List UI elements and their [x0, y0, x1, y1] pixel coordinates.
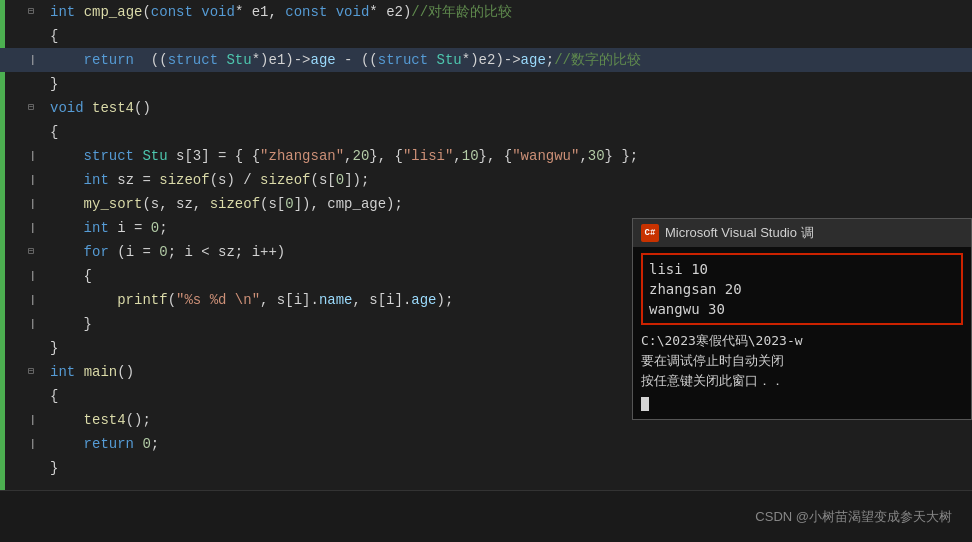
- line-content: {: [42, 24, 58, 48]
- output-line-1: lisi 10: [649, 259, 955, 279]
- line-content: for (i = 0; i < sz; i++): [42, 240, 285, 264]
- console-info-3: 按任意键关闭此窗口．．: [641, 371, 963, 391]
- code-line: ⊟ void test4(): [0, 96, 972, 120]
- line-content: int cmp_age(const void* e1, const void* …: [42, 0, 512, 24]
- line-gutter: |: [0, 192, 42, 216]
- line-content: }: [42, 336, 58, 360]
- line-gutter: |: [0, 264, 42, 288]
- code-line: | my_sort(s, sz, sizeof(s[0]), cmp_age);: [0, 192, 972, 216]
- indent-marker: |: [29, 432, 36, 456]
- line-content: int main(): [42, 360, 134, 384]
- collapse-btn[interactable]: ⊟: [28, 0, 34, 24]
- line-content: }: [42, 312, 92, 336]
- cursor: [641, 397, 649, 411]
- indent-marker: |: [29, 168, 36, 192]
- vs-icon-label: C#: [645, 228, 656, 238]
- line-gutter: |: [0, 408, 42, 432]
- code-line: | return 0;: [0, 432, 972, 456]
- line-gutter: |: [0, 432, 42, 456]
- code-line: }: [0, 456, 972, 480]
- indent-marker: |: [29, 48, 36, 72]
- watermark-text: CSDN @小树苗渴望变成参天大树: [755, 508, 952, 526]
- console-info-1: C:\2023寒假代码\2023-w: [641, 331, 963, 351]
- indent-marker: |: [29, 288, 36, 312]
- line-content: {: [42, 384, 58, 408]
- line-content: }: [42, 72, 58, 96]
- line-gutter: |: [0, 168, 42, 192]
- output-line-3: wangwu 30: [649, 299, 955, 319]
- output-line-2: zhangsan 20: [649, 279, 955, 299]
- console-body: lisi 10 zhangsan 20 wangwu 30 C:\2023寒假代…: [633, 247, 971, 419]
- line-content: return ((struct Stu*)e1)->age - ((struct…: [42, 48, 641, 72]
- indent-marker: |: [29, 192, 36, 216]
- console-info-2: 要在调试停止时自动关闭: [641, 351, 963, 371]
- code-line: {: [0, 120, 972, 144]
- line-gutter: |: [0, 216, 42, 240]
- line-content: int sz = sizeof(s) / sizeof(s[0]);: [42, 168, 369, 192]
- line-content: my_sort(s, sz, sizeof(s[0]), cmp_age);: [42, 192, 403, 216]
- code-line-highlighted: | return ((struct Stu*)e1)->age - ((stru…: [0, 48, 972, 72]
- code-line: | struct Stu s[3] = { {"zhangsan",20}, {…: [0, 144, 972, 168]
- indent-marker: |: [29, 408, 36, 432]
- line-content: void test4(): [42, 96, 151, 120]
- indent-marker: |: [29, 144, 36, 168]
- line-gutter: ⊟: [0, 360, 42, 384]
- code-line: }: [0, 72, 972, 96]
- output-box: lisi 10 zhangsan 20 wangwu 30: [641, 253, 963, 325]
- vs-icon: C#: [641, 224, 659, 242]
- collapse-btn[interactable]: ⊟: [28, 240, 34, 264]
- line-content: printf("%s %d \n", s[i].name, s[i].age);: [42, 288, 453, 312]
- console-titlebar: C# Microsoft Visual Studio 调: [633, 219, 971, 247]
- watermark-bar: CSDN @小树苗渴望变成参天大树: [0, 490, 972, 542]
- line-content: }: [42, 456, 58, 480]
- code-line: ⊟ int cmp_age(const void* e1, const void…: [0, 0, 972, 24]
- code-editor: ⊟ int cmp_age(const void* e1, const void…: [0, 0, 972, 542]
- line-gutter: ⊟: [0, 240, 42, 264]
- line-content: return 0;: [42, 432, 159, 456]
- console-title: Microsoft Visual Studio 调: [665, 224, 814, 242]
- line-gutter: |: [0, 288, 42, 312]
- code-line: {: [0, 24, 972, 48]
- console-popup: C# Microsoft Visual Studio 调 lisi 10 zha…: [632, 218, 972, 420]
- code-line: | int sz = sizeof(s) / sizeof(s[0]);: [0, 168, 972, 192]
- collapse-btn[interactable]: ⊟: [28, 360, 34, 384]
- line-content: test4();: [42, 408, 151, 432]
- line-gutter: |: [0, 144, 42, 168]
- line-content: {: [42, 120, 58, 144]
- line-gutter: |: [0, 48, 42, 72]
- line-gutter: ⊟: [0, 0, 42, 24]
- indent-marker: |: [29, 312, 36, 336]
- indent-marker: |: [29, 216, 36, 240]
- line-content: {: [42, 264, 92, 288]
- line-content: int i = 0;: [42, 216, 168, 240]
- line-gutter: |: [0, 312, 42, 336]
- collapse-btn[interactable]: ⊟: [28, 96, 34, 120]
- line-gutter: ⊟: [0, 96, 42, 120]
- line-content: struct Stu s[3] = { {"zhangsan",20}, {"l…: [42, 144, 638, 168]
- indent-marker: |: [29, 264, 36, 288]
